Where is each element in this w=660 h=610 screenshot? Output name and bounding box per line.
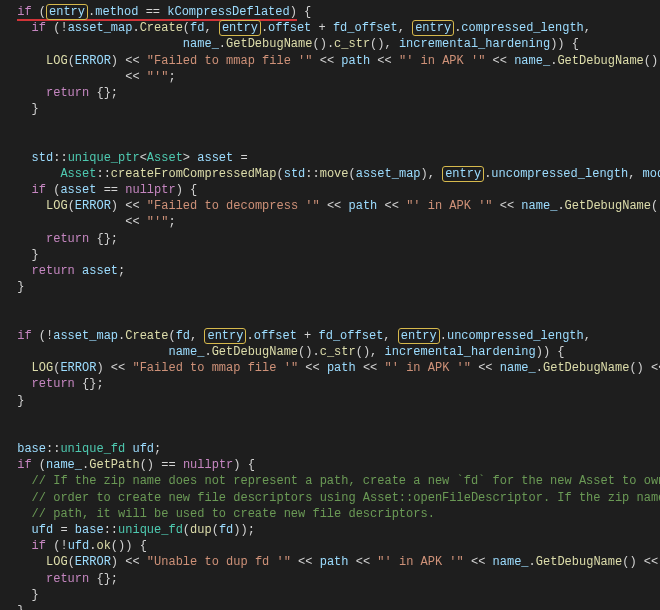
entry-highlight: entry [398, 328, 440, 344]
code-block: if (entry.method == kCompressDeflated) {… [0, 0, 660, 610]
entry-highlight: entry [442, 166, 484, 182]
entry-highlight: entry [412, 20, 454, 36]
comment: // order to create new file descriptors … [32, 491, 660, 505]
comment: // path, it will be used to create new f… [32, 507, 435, 521]
comment: // If the zip name does not represent a … [32, 474, 660, 488]
keyword-if: if [17, 5, 31, 19]
entry-highlight: entry [219, 20, 261, 36]
entry-highlight: entry [204, 328, 246, 344]
entry-highlight: entry [46, 4, 88, 20]
